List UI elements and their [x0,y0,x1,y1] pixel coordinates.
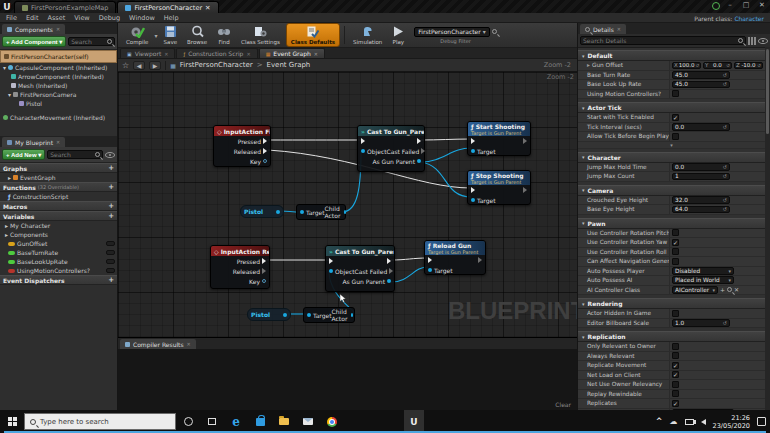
pin-target[interactable]: Target [471,197,496,204]
checkbox[interactable] [672,229,679,236]
category-components[interactable]: ▸Components [0,230,117,239]
checkbox[interactable] [672,90,679,97]
exec-out-pin[interactable] [387,258,391,264]
checkbox[interactable] [672,343,679,350]
close-icon[interactable]: ✕ [56,139,60,145]
menu-file[interactable]: File [6,14,17,22]
exec-out-pin[interactable] [478,257,482,263]
section-actor-tick[interactable]: ▾Actor Tick [578,102,765,113]
pin-key[interactable]: Key [214,156,270,166]
simulation-button[interactable]: Simulation [349,24,386,46]
close-icon[interactable]: ✕ [164,51,168,57]
node-cast-to-gun-parent-2[interactable]: »Cast To Gun_Parent ObjectCast Failed As… [325,245,395,292]
taskbar-search-input[interactable]: Type here to search [24,413,176,430]
pin-released[interactable]: Released [214,146,270,156]
section-character[interactable]: ▾Character [578,152,765,163]
close-tab-icon[interactable]: ✕ [205,4,210,12]
number-field[interactable]: 1.0↺ [672,319,730,327]
number-field[interactable]: 0.0↺ [672,123,730,131]
details-search-input[interactable]: Search Details [580,36,746,45]
onedrive-cloud-icon[interactable]: ☁ [670,417,678,426]
checkbox[interactable] [672,310,679,317]
checkbox[interactable]: ✓ [672,371,679,378]
forward-button[interactable]: ▶ [149,61,161,70]
pin-pressed[interactable]: Pressed [211,256,269,266]
exec-in-pin[interactable] [329,258,333,264]
gun-offset-z-field[interactable]: Z-10.0↺ [734,62,763,70]
browse-icon[interactable] [727,287,732,292]
variable-gun-offset[interactable]: GunOffset [0,239,117,248]
close-icon[interactable]: ✕ [187,341,191,347]
maximize-button[interactable]: □ [740,1,752,10]
find-button[interactable]: Find [213,24,235,46]
details-scroll-area[interactable]: ▾Default ▸Gun Offset X100.0↺ Y0.0↺ Z-10.… [578,47,765,410]
minimize-button[interactable]: – [724,1,736,10]
my-blueprint-search-input[interactable]: Search [47,150,103,159]
view-options-icon[interactable] [758,38,768,44]
checkbox[interactable]: ✓ [672,114,679,121]
add-function-icon[interactable]: + [108,183,114,191]
section-replication[interactable]: ▾Replication [578,331,765,342]
tab-compiler-results[interactable]: Compiler Results✕ [120,339,196,349]
file-explorer-button[interactable] [272,410,296,433]
tab-event-graph[interactable]: ▦Event Graph✕ [259,48,325,58]
tab-first-person-character[interactable]: FirstPersonCharacter ✕ [117,1,218,13]
add-new-button[interactable]: + Add New ▾ [2,149,45,160]
pin-pressed[interactable]: Pressed [214,136,270,146]
node-pistol-variable-2[interactable]: Pistol [247,308,291,321]
auto-possess-ai-dropdown[interactable]: Placed in World▾ [672,276,734,284]
output-pin[interactable] [276,210,280,214]
class-settings-button[interactable]: Class Settings [237,24,284,46]
menu-view[interactable]: View [74,14,89,22]
component-self-row[interactable]: FirstPersonCharacter(self) [0,50,117,63]
checkbox[interactable] [672,352,679,359]
save-button[interactable]: Save [160,24,182,46]
pin-as-gun-parent[interactable]: As Gun Parent [342,278,391,285]
edge-button[interactable]: e [224,410,248,433]
pin-as-gun-parent[interactable]: As Gun Parent [372,158,421,165]
exec-in-pin[interactable] [428,257,432,263]
details-scrollbar[interactable] [765,47,770,410]
ai-controller-class-dropdown[interactable]: AIController▾ [672,286,718,294]
tab-construction-script[interactable]: ƒConstruction Scrip✕ [176,48,257,58]
exec-in-pin[interactable] [471,138,475,144]
node-input-action-fire[interactable]: ◇InputAction Fire Pressed Released Key [213,125,271,167]
pin-child-actor[interactable]: Child Actor [332,308,354,322]
checkbox[interactable] [672,390,679,397]
chrome-button[interactable] [320,410,344,433]
unreal-taskbar-button[interactable]: U [404,410,424,433]
editable-toggle-icon[interactable] [106,250,115,255]
auto-possess-player-dropdown[interactable]: Disabled▾ [672,267,734,275]
browse-button[interactable]: Browse [183,24,211,46]
gun-offset-y-field[interactable]: Y0.0↺ [703,62,732,70]
checkbox[interactable] [672,258,679,265]
checkbox[interactable]: ✓ [672,400,679,407]
speaker-icon[interactable] [701,419,706,425]
reset-icon[interactable]: ↺ [723,124,727,130]
exec-in-pin[interactable] [471,187,475,193]
cortana-button[interactable] [176,410,200,433]
close-icon[interactable]: ✕ [617,26,621,32]
pin-object[interactable]: Object [361,148,387,155]
class-defaults-button[interactable]: Class Defaults [286,23,340,47]
editable-toggle-icon[interactable] [106,241,115,246]
pin-target[interactable]: Target [307,312,332,319]
component-row-mesh[interactable]: Mesh (Inherited) [0,81,117,90]
tab-first-person-example-map[interactable]: FirstPersonExampleMap [14,1,116,13]
node-start-shooting[interactable]: ƒStart ShootingTarget is Gun Parent Targ… [467,121,531,156]
variable-using-motion-controllers[interactable]: UsingMotionControllers? [0,266,117,275]
menu-help[interactable]: Help [164,14,179,22]
number-field[interactable]: 32.0↺ [672,196,730,204]
number-field[interactable]: 1↺ [672,173,730,181]
category-my-character[interactable]: ▸My Character [0,221,117,230]
play-button[interactable]: Play [388,24,408,46]
node-reload-gun[interactable]: ƒReload GunTarget is Gun Parent Target [424,240,486,275]
clear-icon[interactable]: ✕ [734,286,739,293]
parent-class-link[interactable]: Character [734,15,764,22]
tab-details[interactable]: Details✕ [580,24,626,34]
debug-object-dropdown[interactable]: FirstPersonCharacter▾ [414,27,489,37]
components-search-input[interactable]: Search [68,37,115,46]
node-get-child-actor-2[interactable]: Target Child Actor [303,307,355,323]
checkbox[interactable] [672,133,679,140]
compile-options-caret[interactable]: ▾ [155,32,158,39]
